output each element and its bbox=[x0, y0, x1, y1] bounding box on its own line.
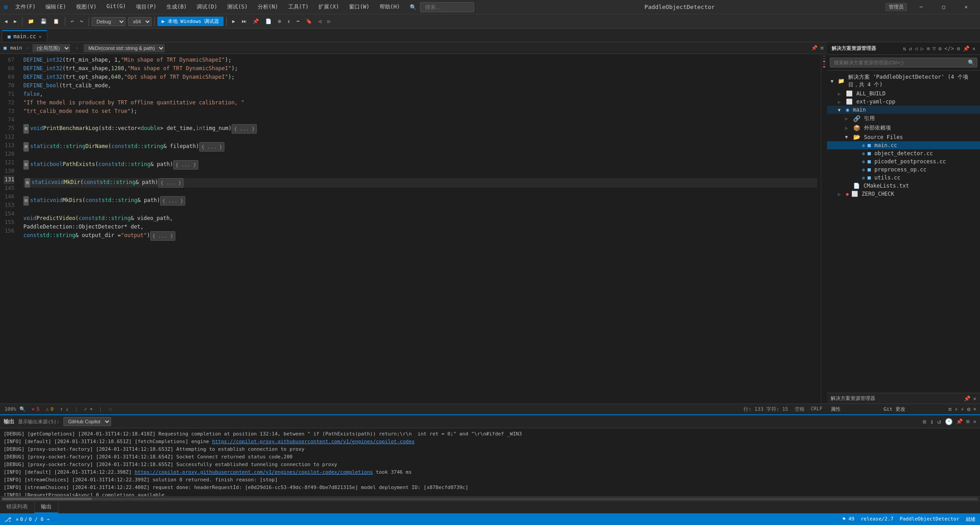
toolbar-extra-5[interactable]: ➡ bbox=[294, 17, 302, 26]
status-branch[interactable]: release/2.7 bbox=[861, 516, 894, 523]
restore-button[interactable]: □ bbox=[933, 0, 954, 14]
menu-edit[interactable]: 编辑(E) bbox=[41, 1, 71, 13]
se-pin-icon[interactable]: 📌 bbox=[964, 395, 971, 402]
scope-dropdown[interactable]: (全局范围) bbox=[32, 44, 70, 52]
settings-icon[interactable]: ⚙ bbox=[957, 45, 960, 52]
sync-icon[interactable]: ⇅ bbox=[903, 45, 906, 52]
filter-icon[interactable]: ▽ bbox=[932, 45, 935, 52]
output-icon-2[interactable]: ↕ bbox=[930, 418, 934, 425]
back-nav-icon[interactable]: ◁ bbox=[915, 45, 918, 52]
code-icon[interactable]: </> bbox=[944, 45, 954, 52]
step-over-button[interactable]: ⏭ bbox=[239, 17, 249, 26]
tree-all-build[interactable]: ▷ ⬜ ALL_BUILD bbox=[827, 90, 980, 98]
menu-tools[interactable]: 工具(T) bbox=[284, 1, 313, 13]
close-button[interactable]: ✕ bbox=[956, 0, 976, 14]
props-close-icon[interactable]: ✕ bbox=[973, 406, 976, 413]
forward-nav-icon[interactable]: ▷ bbox=[921, 45, 924, 52]
nav-arrows[interactable]: ↑ ↓ bbox=[60, 406, 68, 412]
tree-source-files[interactable]: ▼ 📂 Source Files bbox=[827, 133, 980, 141]
redo-button[interactable]: ↪ bbox=[77, 17, 86, 26]
error-status[interactable]: ✕ 0 / 0 / 0 → bbox=[16, 516, 49, 522]
toolbar-extra-4[interactable]: ↕ bbox=[285, 17, 293, 26]
save-button[interactable]: 💾 bbox=[38, 17, 49, 26]
tree-cmake[interactable]: 📄 CMakeLists.txt bbox=[827, 182, 980, 190]
open-file-button[interactable]: 📁 bbox=[25, 17, 37, 26]
code-text-area[interactable]: DEFINE_int32(trt_min_shape, 1, "Min shap… bbox=[20, 54, 821, 404]
warning-count[interactable]: ⚠ 0 bbox=[46, 406, 54, 412]
output-split-icon[interactable]: ⊞ bbox=[967, 418, 970, 425]
solution-root[interactable]: ▼ 📁 解决方案 'PaddleObjectDetector' (4 个项目，共… bbox=[827, 72, 980, 90]
dropdown-icon[interactable]: ▾ bbox=[90, 406, 93, 412]
scrollbar-track[interactable] bbox=[2, 498, 978, 500]
menu-file[interactable]: 文件(F) bbox=[11, 1, 40, 13]
scrollbar-thumb[interactable] bbox=[2, 498, 92, 500]
gear-icon[interactable]: ⚙ bbox=[939, 45, 942, 52]
output-icon-4[interactable]: 🕐 bbox=[945, 418, 953, 425]
check-icon[interactable]: ✓ bbox=[84, 406, 87, 412]
status-line-col[interactable]: ⚑ 49 bbox=[842, 516, 855, 523]
menu-help[interactable]: 帮助(H) bbox=[375, 1, 405, 13]
error-count[interactable]: ✕ 5 bbox=[32, 406, 40, 412]
pin-toolbar-icon[interactable]: 📌 bbox=[963, 45, 970, 52]
solution-search-input[interactable] bbox=[830, 58, 977, 67]
tree-object-detector[interactable]: ⊕ ■ object_detector.cc bbox=[827, 149, 980, 157]
output-source-select[interactable]: GitHub Copilot bbox=[63, 417, 111, 426]
split-icon[interactable]: ⊞ bbox=[820, 45, 823, 51]
pin-icon[interactable]: 📌 bbox=[811, 45, 818, 51]
tree-ext-yaml[interactable]: ▷ ⬜ ext-yaml-cpp bbox=[827, 98, 980, 106]
tree-utils[interactable]: ⊕ ■ utils.cc bbox=[827, 174, 980, 182]
down-arrow-icon[interactable]: ↓ bbox=[66, 406, 69, 412]
toolbar-extra-7[interactable]: ◁ bbox=[316, 17, 324, 26]
menu-view[interactable]: 视图(V) bbox=[72, 1, 101, 13]
menu-build[interactable]: 生成(B) bbox=[162, 1, 192, 13]
props-icon-3[interactable]: ⚡ bbox=[961, 406, 964, 413]
show-all-icon[interactable]: ≡ bbox=[926, 45, 930, 52]
props-icon-2[interactable]: ⚡ bbox=[954, 406, 958, 413]
up-arrow-icon[interactable]: ↑ bbox=[60, 406, 63, 412]
editor-zoom[interactable]: 100% 🔍 bbox=[4, 406, 26, 412]
member-dropdown[interactable]: MkDir(const std::string & path) bbox=[84, 44, 165, 52]
menu-window[interactable]: 窗口(W) bbox=[345, 1, 374, 13]
tree-zero-check[interactable]: ▷ ● ⬜ ZERO_CHECK bbox=[827, 190, 980, 198]
refresh-icon[interactable]: ↺ bbox=[908, 45, 912, 52]
tree-ext-deps[interactable]: ▷ 📦 外部依赖项 bbox=[827, 123, 980, 133]
props-icon-4[interactable]: ⚙ bbox=[967, 406, 971, 413]
tree-picodet[interactable]: ⊕ ■ picodet_postprocess.cc bbox=[827, 157, 980, 166]
tab-main-cc[interactable]: ■ main.cc ✕ bbox=[2, 30, 47, 42]
tree-references[interactable]: ▷ 🔗 引用 bbox=[827, 114, 980, 123]
platform-select[interactable]: x64 x86 bbox=[128, 17, 152, 26]
output-content[interactable]: [DEBUG] [getCompletions] [2024-01-31T14:… bbox=[0, 428, 980, 496]
code-editor[interactable]: 67 68 69 70 71 72 73 74 75 112 113 120 bbox=[0, 54, 821, 404]
props-icon-1[interactable]: ≡ bbox=[948, 406, 952, 413]
toolbar-extra-6[interactable]: 🔖 bbox=[303, 17, 315, 26]
menu-debug[interactable]: 调试(D) bbox=[192, 1, 222, 13]
menu-analysis[interactable]: 分析(N) bbox=[253, 1, 283, 13]
debug-config-select[interactable]: Debug Release bbox=[92, 17, 125, 26]
output-icon-1[interactable]: ≡ bbox=[922, 418, 926, 425]
search-input[interactable] bbox=[420, 2, 474, 12]
tree-preprocess[interactable]: ⊕ ■ preprocess_op.cc bbox=[827, 166, 980, 174]
profile-label[interactable]: 管理员 bbox=[885, 3, 907, 11]
output-icon-3[interactable]: ↺ bbox=[937, 418, 941, 425]
toolbar-extra-2[interactable]: 📄 bbox=[263, 17, 274, 26]
menu-extensions[interactable]: 扩展(X) bbox=[314, 1, 344, 13]
tree-main-project[interactable]: ▼ ◉ main bbox=[827, 106, 980, 114]
toolbar-extra-1[interactable]: 📌 bbox=[250, 17, 262, 26]
forward-button[interactable]: ▶ bbox=[11, 17, 20, 26]
output-scrollbar[interactable] bbox=[0, 496, 980, 501]
output-pin-icon[interactable]: 📌 bbox=[956, 418, 963, 425]
minimize-button[interactable]: ─ bbox=[911, 0, 931, 14]
play-button[interactable]: ▶ bbox=[229, 17, 238, 26]
toolbar-extra-3[interactable]: ⚙ bbox=[275, 17, 284, 26]
back-button[interactable]: ◀ bbox=[2, 17, 10, 26]
save-all-button[interactable]: 📋 bbox=[50, 17, 62, 26]
output-close-icon[interactable]: ✕ bbox=[973, 418, 976, 425]
close-se-icon[interactable]: ✕ bbox=[972, 45, 976, 52]
undo-button[interactable]: ↩ bbox=[68, 17, 76, 26]
tab-output[interactable]: 输出 bbox=[35, 501, 58, 513]
tab-close-button[interactable]: ✕ bbox=[39, 34, 41, 39]
menu-test[interactable]: 测试(S) bbox=[223, 1, 252, 13]
status-project[interactable]: PaddleObjectDetector bbox=[900, 516, 959, 523]
run-button[interactable]: ▶ 本地 Windows 调试器 bbox=[157, 17, 224, 26]
toolbar-extra-8[interactable]: ▷ bbox=[325, 17, 333, 26]
